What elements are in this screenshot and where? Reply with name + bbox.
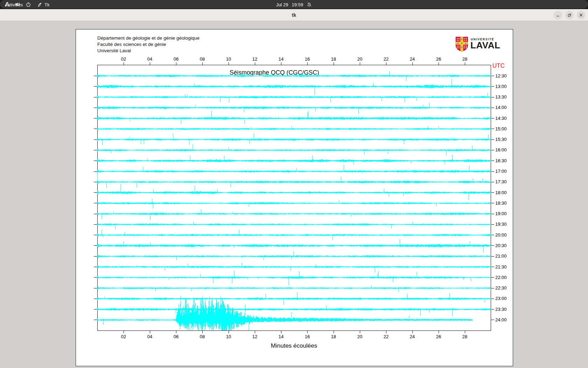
tk-app-indicator[interactable]: Tk [37, 0, 49, 9]
restore-button[interactable] [565, 11, 574, 19]
trace-tick-right [491, 129, 494, 129]
trace-tick-right [491, 76, 494, 76]
logo-laval-text: LAVAL [470, 40, 500, 51]
activities-button[interactable]: Activities [5, 0, 23, 9]
clock-date: Jul 29 [276, 2, 288, 7]
trace-time-label: 12:30 [495, 73, 507, 79]
window-title-bar[interactable]: tk [0, 9, 588, 21]
trace-tick-left [94, 129, 97, 129]
x-tick-label-top: 10 [226, 56, 231, 62]
trace-time-label: 24:00 [495, 317, 507, 322]
universite-laval-logo: UNIVERSITÉ LAVAL [455, 36, 574, 54]
trace-tick-right [491, 108, 494, 108]
x-axis-tick-bottom [176, 331, 176, 333]
trace-time-label: 16:00 [495, 147, 507, 152]
trace-time-label: 20:30 [495, 243, 507, 248]
trace-tick-left [94, 118, 97, 118]
trace-tick-left [94, 245, 97, 246]
x-axis-tick-top [307, 62, 308, 65]
clock-menu[interactable]: Jul 29 19:59 [276, 0, 312, 9]
trace-time-label: 13:00 [495, 84, 507, 89]
trace-time-label: 20:00 [495, 232, 507, 238]
bell-slash-icon [307, 2, 312, 7]
x-tick-label-bottom: 12 [252, 334, 257, 339]
trace-tick-right [491, 256, 494, 257]
x-axis-tick-bottom [202, 331, 203, 333]
x-tick-label-bottom: 16 [305, 334, 310, 339]
x-axis-tick-top [439, 62, 439, 65]
trace-tick-right [491, 182, 494, 182]
trace-tick-right [491, 224, 494, 225]
trace-time-label: 18:00 [495, 190, 507, 195]
trace-tick-left [94, 97, 97, 97]
trace-tick-left [94, 76, 97, 76]
trace-tick-left [94, 309, 97, 309]
trace-tick-right [491, 118, 494, 118]
trace-tick-right [491, 161, 494, 161]
x-axis-tick-top [334, 62, 334, 65]
trace-time-label: 15:00 [495, 126, 507, 131]
trace-tick-left [94, 235, 97, 235]
trace-tick-right [491, 203, 494, 203]
minimize-button[interactable] [554, 11, 562, 19]
x-tick-label-bottom: 04 [147, 334, 152, 339]
x-tick-label-top: 18 [331, 56, 336, 62]
trace-time-label: 22:00 [495, 275, 507, 280]
tk-feather-icon [37, 2, 42, 7]
x-axis-tick-top [465, 62, 465, 65]
trace-time-label: 23:00 [495, 296, 507, 301]
clock-time: 19:59 [292, 2, 303, 7]
close-button[interactable] [577, 11, 585, 19]
x-axis-tick-top [229, 62, 229, 65]
trace-tick-left [94, 182, 97, 182]
x-axis-tick-top [150, 62, 150, 65]
gnome-top-bar: Activities Tk Jul 29 19:59 [0, 0, 588, 9]
trace-tick-left [94, 150, 97, 150]
trace-time-label: 15:30 [495, 137, 507, 142]
trace-tick-right [491, 299, 494, 299]
trace-tick-right [491, 309, 494, 309]
trace-time-label: 17:00 [495, 169, 507, 174]
trace-time-label: 18:30 [495, 200, 507, 206]
trace-tick-right [491, 171, 494, 172]
x-tick-label-bottom: 02 [121, 334, 126, 339]
trace-tick-right [491, 245, 494, 246]
x-axis-tick-bottom [229, 331, 229, 333]
trace-tick-right [491, 214, 494, 214]
trace-tick-left [94, 203, 97, 203]
x-axis-tick-top [176, 62, 176, 65]
trace-tick-right [491, 150, 494, 150]
trace-time-label: 22:30 [495, 285, 507, 291]
x-axis-tick-top [386, 62, 386, 65]
trace-tick-left [94, 139, 97, 140]
x-tick-label-bottom: 28 [462, 334, 467, 339]
trace-time-label: 14:30 [495, 116, 507, 121]
trace-tick-right [491, 192, 494, 193]
tk-window: Département de géologie et de génie géol… [76, 29, 513, 366]
x-tick-label-bottom: 20 [357, 334, 362, 339]
trace-tick-left [94, 320, 97, 320]
x-tick-label-bottom: 18 [331, 334, 336, 339]
x-axis-tick-bottom [412, 331, 413, 333]
window-title: tk [292, 9, 296, 21]
x-tick-label-top: 06 [174, 56, 178, 62]
trace-tick-right [491, 86, 494, 87]
trace-tick-left [94, 299, 97, 299]
x-axis-tick-bottom [439, 331, 439, 333]
x-tick-label-top: 22 [384, 56, 388, 62]
trace-time-label: 14:00 [495, 105, 507, 110]
trace-tick-left [94, 224, 97, 225]
x-axis-tick-top [124, 62, 124, 65]
window-controls [554, 11, 585, 19]
minimize-icon [556, 13, 560, 17]
trace-tick-right [491, 235, 494, 235]
x-axis-tick-top [255, 62, 255, 65]
x-axis-tick-top [360, 62, 360, 65]
power-icon [26, 2, 31, 7]
institution-header: Département de géologie et de génie géol… [97, 35, 200, 54]
trace-tick-left [94, 214, 97, 214]
x-tick-label-top: 12 [252, 56, 257, 62]
x-tick-label-top: 26 [436, 56, 441, 62]
trace-tick-right [491, 267, 494, 267]
trace-tick-right [491, 97, 494, 97]
